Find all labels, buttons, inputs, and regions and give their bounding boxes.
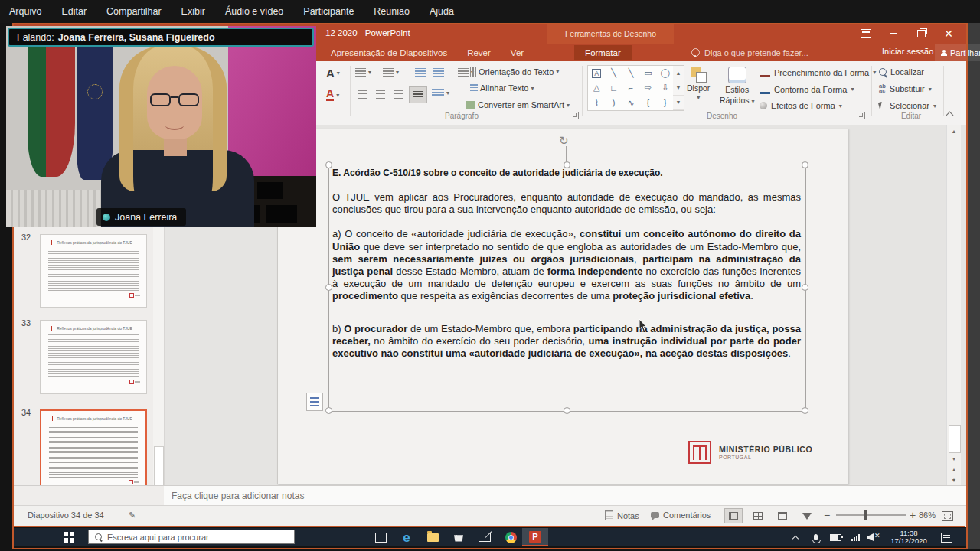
start-button[interactable]: [58, 528, 80, 546]
fit-to-window-button[interactable]: [942, 511, 953, 521]
shrink-font-button[interactable]: A▾: [326, 67, 340, 80]
find-button[interactable]: Localizar: [879, 67, 924, 77]
shape-arrow-right-icon[interactable]: ⇨: [645, 83, 652, 93]
webcam-video[interactable]: Joana Ferreira: [6, 26, 316, 227]
normal-view-button[interactable]: [724, 508, 743, 523]
shape-textbox-icon[interactable]: A: [592, 69, 601, 78]
shape-rectangle-icon[interactable]: ▭: [644, 68, 652, 78]
replace-button[interactable]: abac Substituir▾: [879, 84, 932, 93]
zoom-out-button[interactable]: −: [824, 509, 830, 521]
slide-thumbnail-34[interactable]: Reflexos práticos da jurisprudência do T…: [40, 409, 147, 494]
font-color-button[interactable]: A▾: [326, 89, 339, 101]
decrease-indent-button[interactable]: [415, 68, 426, 77]
slide-thumbnail-32[interactable]: Reflexos práticos da jurisprudência do T…: [40, 234, 147, 308]
sign-in-button[interactable]: Iniciar sessão: [882, 47, 933, 56]
task-view-button[interactable]: [371, 528, 390, 546]
tab-formatar[interactable]: Formatar: [574, 45, 632, 60]
select-button[interactable]: Selecionar▾: [879, 101, 936, 110]
previous-slide-button[interactable]: ▲▲: [949, 465, 959, 474]
resize-handle-se[interactable]: [802, 407, 808, 414]
zoom-in-button[interactable]: +: [910, 509, 916, 521]
drawing-dialog-launcher[interactable]: [858, 112, 865, 119]
shapes-gallery[interactable]: A ╲ ╲ ▭ ◯ △ ∟ ⌐ ⇨ ⇩ ⌇ ) ∿ { }: [587, 65, 675, 111]
next-slide-button[interactable]: ▼▼: [949, 475, 959, 485]
tray-microphone[interactable]: [808, 528, 822, 546]
shape-fill-button[interactable]: Preenchimento da Forma▾: [760, 67, 876, 77]
ribbon-display-options-button[interactable]: [854, 25, 877, 42]
taskbar-clock[interactable]: 11:38 17/12/2020: [887, 530, 931, 545]
align-text-button[interactable]: Alinhar Texto▾: [470, 83, 534, 93]
shape-arrow-line-icon[interactable]: ╲: [629, 68, 634, 78]
tray-battery[interactable]: [828, 528, 842, 546]
arrange-button[interactable]: Dispor▾: [687, 67, 710, 101]
quick-styles-button[interactable]: Estilos Rápidos ▾: [720, 67, 754, 105]
resize-handle-n[interactable]: [564, 161, 570, 168]
shape-triangle-icon[interactable]: △: [593, 83, 599, 93]
menu-item-editar[interactable]: Editar: [61, 6, 87, 17]
mail-taskbar-button[interactable]: [475, 528, 495, 546]
shape-oval-icon[interactable]: ◯: [661, 68, 670, 78]
scroll-thumb[interactable]: [949, 425, 961, 453]
tab-ver[interactable]: Ver: [511, 48, 524, 57]
tray-network[interactable]: [848, 528, 862, 546]
shape-elbow-icon[interactable]: ∟: [609, 83, 618, 93]
menu-item-audio-e-video[interactable]: Áudio e vídeo: [225, 6, 283, 17]
justify-button[interactable]: [409, 86, 427, 103]
bullets-button[interactable]: ▾: [355, 68, 371, 77]
selected-text-box[interactable]: E. Acórdão C-510/19 sobre o conceito de …: [328, 165, 806, 412]
menu-item-exibir[interactable]: Exibir: [181, 6, 205, 17]
zoom-level[interactable]: 86%: [919, 510, 936, 520]
shapes-more[interactable]: ▼: [673, 96, 684, 110]
file-explorer-taskbar-button[interactable]: [423, 528, 443, 546]
columns-button[interactable]: ▾: [432, 89, 449, 97]
slide-sorter-view-button[interactable]: [749, 508, 767, 523]
resize-handle-ne[interactable]: [802, 161, 808, 168]
zoom-slider-thumb[interactable]: [864, 510, 867, 520]
collapse-ribbon-button[interactable]: [946, 110, 954, 116]
text-direction-button[interactable]: Orientação do Texto▾: [470, 67, 559, 77]
rotation-handle[interactable]: ↻: [559, 134, 569, 148]
shape-brace-right-icon[interactable]: }: [664, 98, 667, 107]
menu-item-participante[interactable]: Participante: [303, 6, 354, 17]
resize-handle-s[interactable]: [564, 407, 570, 414]
numbering-button[interactable]: ▾: [383, 68, 399, 77]
shape-connector-icon[interactable]: ⌐: [629, 83, 633, 93]
increase-indent-button[interactable]: [433, 68, 444, 77]
shape-curve-icon[interactable]: ∿: [627, 98, 634, 108]
resize-handle-e[interactable]: [802, 284, 808, 291]
menu-item-reuniao[interactable]: Reunião: [374, 6, 410, 17]
slideshow-view-button[interactable]: [798, 508, 816, 523]
store-taskbar-button[interactable]: [449, 528, 469, 546]
action-center-button[interactable]: [937, 528, 956, 546]
menu-item-arquivo[interactable]: Arquivo: [9, 6, 41, 17]
tray-volume[interactable]: ✕: [865, 528, 880, 546]
align-left-button[interactable]: [354, 86, 371, 102]
tell-me-box[interactable]: Diga o que pretende fazer...: [691, 44, 808, 61]
comments-toggle[interactable]: Comentários: [651, 510, 710, 520]
menu-item-ajuda[interactable]: Ajuda: [430, 6, 454, 17]
shape-effects-button[interactable]: Efeitos de Forma▾: [760, 101, 842, 110]
scroll-up-button[interactable]: ▲: [949, 126, 959, 136]
slide-area-scrollbar[interactable]: ▲ ▼ ▲▲ ▼▼: [946, 125, 961, 485]
align-right-button[interactable]: [390, 86, 407, 102]
resize-handle-sw[interactable]: [325, 407, 332, 414]
close-button[interactable]: ✕: [937, 25, 960, 42]
resize-handle-w[interactable]: [325, 284, 332, 291]
share-button[interactable]: Partilhar: [935, 44, 980, 61]
shapes-gallery-scrollbar[interactable]: ▲ ▼ ▼: [673, 65, 684, 111]
edge-taskbar-button[interactable]: e: [397, 528, 416, 546]
reading-view-button[interactable]: [773, 508, 792, 523]
shape-outline-button[interactable]: Contorno da Forma▾: [760, 84, 854, 94]
shape-arrow-down-icon[interactable]: ⇩: [662, 83, 668, 93]
resize-handle-nw[interactable]: [325, 161, 332, 168]
minimize-button[interactable]: [882, 25, 905, 42]
spell-check-icon[interactable]: ✎: [129, 510, 136, 520]
shapes-scroll-up[interactable]: ▲: [673, 66, 684, 80]
restore-button[interactable]: [910, 25, 933, 42]
tray-expand-button[interactable]: [789, 528, 802, 546]
slide-thumbnail-33[interactable]: Reflexos práticos da jurisprudência do T…: [40, 320, 147, 394]
slide-text[interactable]: E. Acórdão C-510/19 sobre o conceito de …: [332, 167, 801, 372]
notes-toggle[interactable]: Notas: [605, 510, 639, 520]
shape-brace-left-icon[interactable]: {: [647, 98, 650, 107]
convert-to-smartart-button[interactable]: Converter em SmartArt▾: [466, 100, 570, 109]
